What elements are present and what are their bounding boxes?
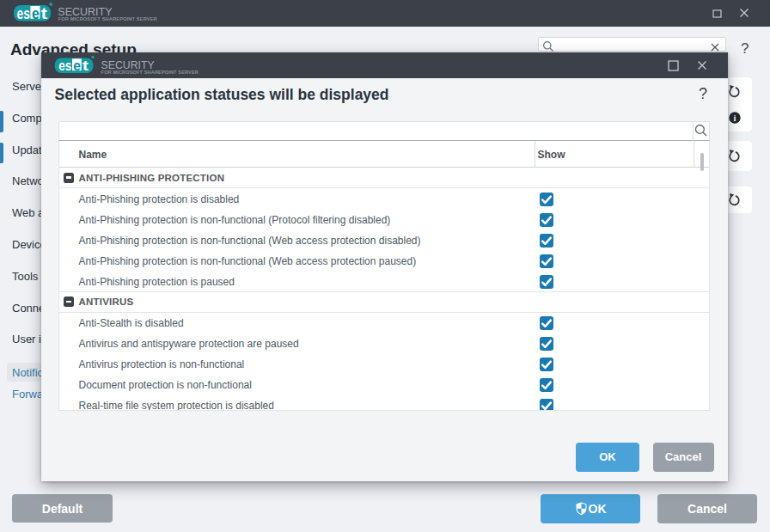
svg-text:es: es (17, 5, 31, 22)
svg-text:t: t (82, 58, 89, 74)
svg-text:t: t (41, 5, 48, 22)
svg-text:i: i (734, 113, 736, 123)
svg-text:es: es (58, 58, 71, 74)
svg-text:e: e (73, 58, 81, 74)
svg-text:FOR MICROSOFT SHAREPOINT SERVE: FOR MICROSOFT SHAREPOINT SERVER (58, 16, 157, 21)
svg-text:FOR MICROSOFT SHAREPOINT SERVE: FOR MICROSOFT SHAREPOINT SERVER (101, 70, 199, 75)
svg-text:e: e (32, 5, 40, 22)
